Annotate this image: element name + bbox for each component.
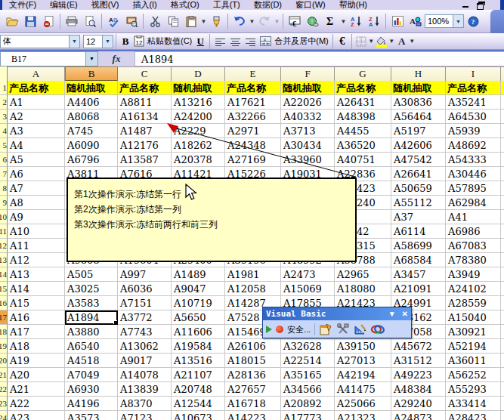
row-header-13[interactable]: 13 — [0, 253, 8, 267]
column-header-F[interactable]: F — [281, 66, 335, 82]
header-cell-C1[interactable]: 产品名称 — [118, 81, 172, 95]
cell-C24[interactable]: A7123 — [118, 411, 172, 420]
cell-B21[interactable]: A7049 — [65, 368, 118, 382]
column-header-D[interactable]: D — [172, 66, 225, 82]
cell-A24[interactable]: A23 — [8, 411, 65, 420]
cell-A18[interactable]: A17 — [8, 325, 65, 339]
sort-ascending-icon[interactable]: AZ — [347, 12, 365, 30]
cell-C17[interactable]: A3772 — [118, 310, 172, 325]
cell-J7-sliver[interactable] — [501, 167, 504, 181]
cell-H15[interactable]: A21091 — [391, 282, 446, 296]
cell-E6[interactable]: A27169 — [225, 153, 281, 167]
borders-icon[interactable] — [354, 32, 368, 51]
cell-A10[interactable]: A9 — [8, 210, 65, 224]
cell-A12[interactable]: A11 — [8, 239, 65, 253]
cell-I13[interactable]: A78380 — [446, 253, 501, 267]
minimize-window-icon[interactable] — [462, 2, 469, 8]
cell-H11[interactable]: A6114 — [391, 224, 446, 239]
cell-B5[interactable]: A6090 — [65, 138, 118, 153]
vb-toolbar-dropdown-icon[interactable]: ▼ — [388, 310, 396, 318]
cell-F24[interactable]: A17773 — [281, 411, 335, 420]
cell-J13-sliver[interactable] — [501, 253, 504, 267]
cell-J6-sliver[interactable] — [501, 153, 504, 167]
help-icon[interactable]: ? — [464, 12, 482, 30]
autosum-dropdown-icon[interactable]: ▼ — [340, 12, 347, 30]
cell-I10[interactable]: A41 — [446, 210, 501, 224]
cell-B20[interactable]: A4518 — [65, 354, 118, 368]
cell-D17[interactable]: A5650 — [172, 310, 225, 325]
cell-J16-sliver[interactable] — [501, 296, 504, 310]
header-cell-D1[interactable]: 随机抽取 — [172, 81, 225, 95]
undo-icon[interactable] — [230, 12, 249, 30]
cell-B16[interactable]: A3583 — [65, 296, 118, 310]
cell-B19[interactable]: A6540 — [65, 339, 118, 354]
row-header-17[interactable]: 17 — [0, 310, 8, 325]
cell-E22[interactable]: A27657 — [225, 382, 281, 397]
row-header-14[interactable]: 14 — [0, 267, 8, 282]
cell-E15[interactable]: A12058 — [225, 282, 281, 296]
row-header-10[interactable]: 10 — [0, 210, 8, 224]
cell-J18-sliver[interactable] — [501, 325, 504, 339]
align-right-icon[interactable] — [243, 32, 258, 51]
cell-A7[interactable]: A6 — [8, 167, 65, 181]
row-header-3[interactable]: 3 — [0, 110, 8, 124]
cell-J22-sliver[interactable] — [501, 382, 504, 397]
cell-B22[interactable]: A6930 — [65, 382, 118, 397]
borders-dropdown-icon[interactable]: ▼ — [368, 32, 375, 51]
cell-I23[interactable]: A33414 — [446, 397, 501, 411]
research-icon[interactable] — [122, 12, 141, 30]
column-header-C[interactable]: C — [118, 66, 172, 82]
cell-G23[interactable]: A25066 — [335, 397, 391, 411]
row-header-1[interactable]: 1 — [0, 81, 8, 95]
drawing-icon[interactable]: A — [407, 12, 425, 30]
cell-H12[interactable]: A58699 — [391, 239, 446, 253]
paste-dropdown-icon[interactable]: ▼ — [200, 12, 207, 30]
row-header-16[interactable]: 16 — [0, 296, 8, 310]
cell-B18[interactable]: A3880 — [65, 325, 118, 339]
cell-J12-sliver[interactable] — [501, 239, 504, 253]
cell-A8[interactable]: A7 — [8, 181, 65, 196]
header-cell-H1[interactable]: 随机抽取 — [391, 81, 446, 95]
align-left-icon[interactable] — [212, 32, 227, 51]
cell-I14[interactable]: A3949 — [446, 267, 501, 282]
cell-F14[interactable]: A2473 — [281, 267, 335, 282]
vb-editor-icon[interactable] — [319, 323, 332, 336]
row-header-2[interactable]: 2 — [0, 95, 8, 110]
chart-wizard-icon[interactable] — [388, 12, 407, 30]
spelling-icon[interactable]: AB — [104, 12, 122, 30]
cell-H10[interactable]: A37 — [391, 210, 446, 224]
cell-I12[interactable]: A67083 — [446, 239, 501, 253]
cell-G5[interactable]: A36520 — [335, 138, 391, 153]
row-header-4[interactable]: 4 — [0, 124, 8, 138]
cell-E5[interactable]: A24348 — [225, 138, 281, 153]
cell-H5[interactable]: A42606 — [391, 138, 446, 153]
cell-E21[interactable]: A28136 — [225, 368, 281, 382]
vb-record-icon[interactable] — [276, 326, 283, 333]
cell-F19[interactable]: A32628 — [281, 339, 335, 354]
cell-I15[interactable]: A24102 — [446, 282, 501, 296]
cell-G15[interactable]: A18080 — [335, 282, 391, 296]
sort-descending-icon[interactable]: ZA — [365, 12, 383, 30]
cell-B14[interactable]: A505 — [65, 267, 118, 282]
cell-J1-sliver[interactable] — [501, 81, 504, 95]
cell-D3[interactable]: A24200 — [172, 110, 225, 124]
cell-E4[interactable]: A2971 — [225, 124, 281, 138]
fill-color-dropdown-icon[interactable]: ▼ — [388, 32, 395, 51]
permission-icon[interactable] — [39, 12, 57, 30]
cell-B23[interactable]: A4196 — [65, 397, 118, 411]
cell-E20[interactable]: A18015 — [225, 354, 281, 368]
select-all-corner[interactable] — [0, 66, 8, 82]
cell-D22[interactable]: A20748 — [172, 382, 225, 397]
cell-H4[interactable]: A5197 — [391, 124, 446, 138]
cell-H23[interactable]: A29240 — [391, 397, 446, 411]
cell-E2[interactable]: A17621 — [225, 95, 281, 110]
cell-D21[interactable]: A21107 — [172, 368, 225, 382]
column-header-H[interactable]: H — [391, 66, 446, 82]
row-header-24[interactable]: 24 — [0, 411, 8, 420]
cell-A4[interactable]: A3 — [8, 124, 65, 138]
cell-I3[interactable]: A64530 — [446, 110, 501, 124]
menu-item-4[interactable]: 插入(I) — [125, 0, 163, 10]
row-header-6[interactable]: 6 — [0, 153, 8, 167]
cell-I5[interactable]: A48692 — [446, 138, 501, 153]
font-name-combo[interactable]: 体 ▼ — [0, 35, 80, 48]
